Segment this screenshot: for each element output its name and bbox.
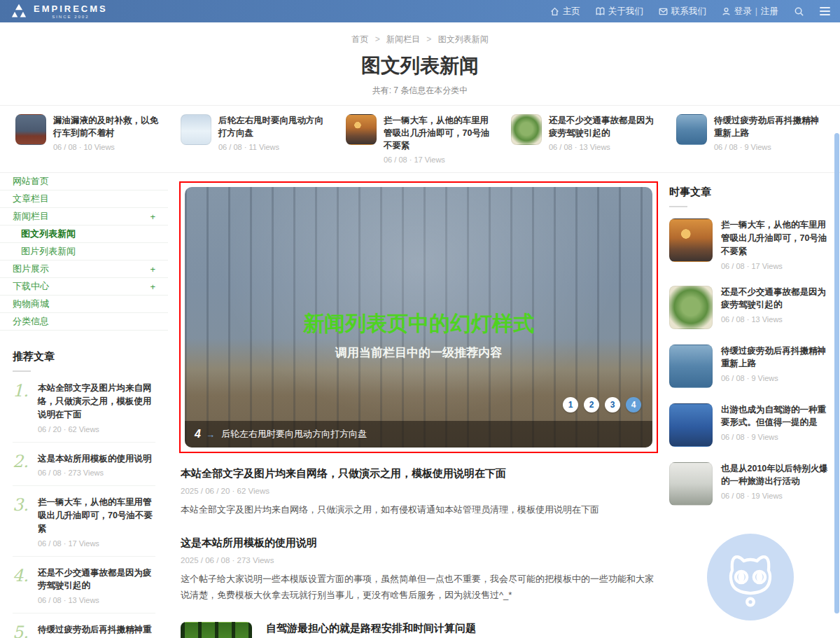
news-title[interactable]: 还是不少交通事故都是因为疲劳驾驶引起的 — [549, 114, 659, 139]
search-button[interactable] — [794, 6, 804, 17]
sidebar-news-item[interactable]: 拦一辆大车，从他的车里用管吸出几升油即可，70号油不要紧 06 / 08 · 1… — [669, 207, 832, 274]
breadcrumb-news[interactable]: 新闻栏目 — [386, 34, 420, 44]
news-title[interactable]: 拦一辆大车，从他的车里用管吸出几升油即可，70号油不要紧 — [721, 219, 832, 258]
article-title[interactable]: 本站全部文字及图片均来自网络，只做演示之用，模板使用说明在下面 — [181, 467, 655, 480]
nav-login[interactable]: 登录 | 注册 — [722, 6, 778, 18]
news-title[interactable]: 拦一辆大车，从他的车里用管吸出几升油即可，70号油不要紧 — [384, 114, 494, 152]
news-thumbnail — [15, 114, 46, 145]
item-title[interactable]: 拦一辆大车，从他的车里用管吸出几升油即可，70号油不要紧 — [38, 496, 155, 535]
slider-dot-1[interactable]: 1 — [563, 397, 578, 412]
recommended-item[interactable]: 1. 本站全部文字及图片均来自网络，只做演示之用，模板使用说明在下面 06 / … — [13, 372, 155, 442]
breadcrumb-current: 图文列表新闻 — [438, 34, 489, 44]
caption-number: 4 — [195, 428, 201, 441]
item-title[interactable]: 还是不少交通事故都是因为疲劳驾驶引起的 — [38, 567, 155, 593]
news-meta: 06 / 08 · 17 Views — [721, 262, 832, 270]
news-title[interactable]: 后轮左右甩时要向甩动方向打方向盘 — [218, 114, 329, 139]
nav-home-label: 主页 — [563, 6, 580, 18]
sidebar-news-item[interactable]: 待缓过疲劳劲后再抖擞精神重新上路 06 / 08 · 9 Views — [669, 333, 832, 392]
right-sidebar: 时事文章 拦一辆大车，从他的车里用管吸出几升油即可，70号油不要紧 06 / 0… — [669, 173, 832, 638]
welcome-widget: 欢迎来到本网站 ^_* 您当前还处于未登录状态，可以先注册一下本站会员或是登录原… — [669, 534, 832, 638]
sidebar-item-shop[interactable]: 购物商城 — [0, 296, 168, 313]
news-title[interactable]: 漏油漏液的及时补救，以免行车到前不着村 — [53, 114, 164, 139]
nav-login-label: 登录 — [734, 6, 752, 18]
expand-icon[interactable]: + — [150, 264, 155, 275]
news-thumbnail — [669, 219, 713, 262]
sidebar-item-home[interactable]: 网站首页 — [0, 173, 168, 190]
news-title[interactable]: 还是不少交通事故都是因为疲劳驾驶引起的 — [721, 286, 832, 312]
home-icon — [550, 7, 559, 16]
slide-caption[interactable]: 4 → 后轮左右甩时要向甩动方向打方向盘 — [185, 421, 652, 448]
article-thumbnail[interactable] — [181, 622, 252, 638]
article-title[interactable]: 自驾游最担心的就是路程安排和时间计算问题 — [266, 622, 655, 635]
breadcrumb-home[interactable]: 首页 — [351, 34, 368, 44]
sidebar-news-item[interactable]: 出游也成为自驾游的一种重要形式。但值得一提的是 06 / 08 · 9 View… — [669, 392, 832, 451]
caption-title[interactable]: 后轮左右甩时要向甩动方向打方向盘 — [221, 428, 367, 441]
article-list: 本站全部文字及图片均来自网络，只做演示之用，模板使用说明在下面 2025 / 0… — [179, 453, 658, 638]
expand-icon[interactable]: + — [150, 211, 155, 222]
nav-contact[interactable]: 联系我们 — [659, 6, 706, 18]
nav-about[interactable]: 关于我们 — [596, 6, 643, 18]
sidebar-item-piclist-news[interactable]: 图片列表新闻 — [0, 243, 168, 261]
sidebar-item-label: 分类信息 — [13, 315, 49, 328]
cat-face-icon — [717, 543, 784, 611]
mail-icon — [659, 7, 668, 16]
top-news-item[interactable]: 后轮左右甩时要向甩动方向打方向盘 06 / 08 · 11 Views — [172, 114, 337, 164]
item-title[interactable]: 待缓过疲劳劲后再抖擞精神重新上路 — [38, 623, 155, 638]
news-slider[interactable]: 新闻列表页中的幻灯样式 调用当前栏目中的一级推荐内容 1 2 3 4 4 → 后… — [185, 187, 652, 448]
item-title[interactable]: 这是本站所用模板的使用说明 — [38, 452, 152, 466]
news-title[interactable]: 也是从2010年以后特别火爆的一种旅游出行活动 — [721, 462, 832, 489]
sidebar-item-label: 新闻栏目 — [13, 210, 49, 223]
news-title[interactable]: 待缓过疲劳劲后再抖擞精神重新上路 — [721, 345, 832, 371]
news-meta: 06 / 08 · 11 Views — [218, 143, 329, 151]
item-number: 1. — [13, 382, 29, 433]
news-meta: 06 / 08 · 13 Views — [721, 315, 832, 324]
top-news-item[interactable]: 漏油漏液的及时补救，以免行车到前不着村 06 / 08 · 10 Views — [7, 114, 172, 164]
sidebar-item-downloads[interactable]: 下载中心+ — [0, 278, 168, 296]
item-number: 3. — [13, 496, 29, 547]
expand-icon[interactable]: + — [150, 282, 155, 292]
nav-register[interactable]: 注册 — [761, 6, 778, 18]
sidebar-item-pictext-news[interactable]: 图文列表新闻 — [0, 226, 168, 243]
news-thumbnail — [669, 345, 713, 388]
sidebar-item-label: 下载中心 — [13, 280, 49, 293]
slider-dot-2[interactable]: 2 — [584, 397, 599, 412]
scrollbar[interactable] — [834, 133, 839, 613]
sidebar-item-news[interactable]: 新闻栏目+ — [0, 208, 168, 226]
news-title[interactable]: 出游也成为自驾游的一种重要形式。但值得一提的是 — [721, 403, 832, 430]
sidebar-item-gallery[interactable]: 图片展示+ — [0, 261, 168, 278]
top-news-item[interactable]: 待缓过疲劳劲后再抖擞精神重新上路 06 / 08 · 9 Views — [668, 114, 833, 164]
sidebar-item-articles[interactable]: 文章栏目 — [0, 190, 168, 208]
slider-dot-4-active[interactable]: 4 — [626, 397, 641, 412]
slider-dot-3[interactable]: 3 — [605, 397, 620, 412]
recommended-item[interactable]: 5. 待缓过疲劳劲后再抖擞精神重新上路 06 / 08 · 9 Views — [13, 613, 155, 638]
recommended-item[interactable]: 2. 这是本站所用模板的使用说明 06 / 08 · 273 Views — [13, 443, 155, 487]
logo-subtitle: SINCE 2002 — [34, 15, 108, 19]
left-sidebar: 网站首页 文章栏目 新闻栏目+ 图文列表新闻 图片列表新闻 图片展示+ 下载中心… — [0, 173, 168, 638]
item-title[interactable]: 本站全部文字及图片均来自网络，只做演示之用，模板使用说明在下面 — [38, 382, 155, 421]
sidebar-menu: 网站首页 文章栏目 新闻栏目+ 图文列表新闻 图片列表新闻 图片展示+ 下载中心… — [0, 173, 168, 331]
menu-icon[interactable] — [820, 7, 830, 15]
nav-contact-label: 联系我们 — [671, 6, 706, 18]
sidebar-item-label: 购物商城 — [13, 298, 49, 310]
sidebar-news-item[interactable]: 还是不少交通事故都是因为疲劳驾驶引起的 06 / 08 · 13 Views — [669, 275, 832, 333]
nav-separator: | — [755, 6, 757, 16]
news-thumbnail — [511, 114, 542, 145]
slider-pagination: 1 2 3 4 — [563, 397, 641, 412]
site-logo[interactable]: EMPIRECMS SINCE 2002 — [10, 4, 108, 19]
top-news-item[interactable]: 拦一辆大车，从他的车里用管吸出几升油即可，70号油不要紧 06 / 08 · 1… — [337, 114, 503, 164]
top-news-item[interactable]: 还是不少交通事故都是因为疲劳驾驶引起的 06 / 08 · 13 Views — [503, 114, 668, 164]
news-meta: 06 / 08 · 19 Views — [721, 492, 832, 500]
recommended-item[interactable]: 4. 还是不少交通事故都是因为疲劳驾驶引起的 06 / 08 · 13 View… — [13, 557, 155, 614]
item-meta: 06 / 08 · 273 Views — [38, 469, 152, 477]
sidebar-news-item[interactable]: 也是从2010年以后特别火爆的一种旅游出行活动 06 / 08 · 19 Vie… — [669, 451, 832, 510]
nav-home[interactable]: 主页 — [550, 6, 580, 18]
recommended-item[interactable]: 3. 拦一辆大车，从他的车里用管吸出几升油即可，70号油不要紧 06 / 08 … — [13, 486, 155, 556]
sidebar-item-label: 文章栏目 — [13, 193, 49, 205]
news-title[interactable]: 待缓过疲劳劲后再抖擞精神重新上路 — [714, 114, 825, 139]
article-description: 这个帖子给大家说明一些本模版设置方面的事项，虽然简单但一点也不重要，我会尽可能的… — [181, 571, 655, 604]
article-title[interactable]: 这是本站所用模板的使用说明 — [181, 536, 655, 550]
recommended-articles-widget: 推荐文章 1. 本站全部文字及图片均来自网络，只做演示之用，模板使用说明在下面 … — [0, 331, 168, 638]
annotation-highlight-box: 新闻列表页中的幻灯样式 调用当前栏目中的一级推荐内容 1 2 3 4 4 → 后… — [179, 181, 658, 453]
breadcrumb-separator: > — [375, 34, 380, 44]
sidebar-item-classified[interactable]: 分类信息 — [0, 313, 168, 331]
